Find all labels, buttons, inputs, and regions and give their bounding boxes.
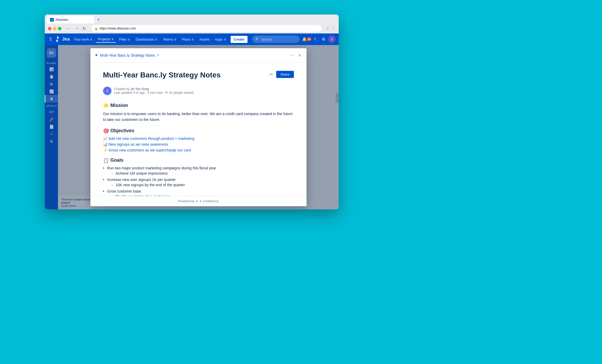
sidebar-item-board[interactable]: ⊞: [45, 80, 58, 88]
jira-app: ⠿ Jira Your work ∨ Projects ∨ Filter ∨ D…: [45, 33, 339, 209]
create-button[interactable]: Create: [231, 36, 247, 43]
tab-title: Atlassian: [55, 18, 68, 22]
goal-text-1: Run two major product marketing campaign…: [107, 166, 216, 170]
goals-sublist-2: 10K new signups by the end of the quarte…: [111, 183, 294, 187]
modal-header: ✦ Multi-Year Banc.ly Strategy Notes ↗ ··…: [90, 48, 307, 62]
address-bar[interactable]: 🔒 https://www.atlassian.com: [91, 25, 322, 32]
goal-text-3: Grow customer base: [107, 189, 141, 193]
mission-emoji: 🌟: [103, 102, 109, 108]
mission-heading: 🌟 Mission: [103, 102, 294, 108]
viewers-icon: 👁: [165, 91, 168, 95]
nav-icons: 🔔 9+ ? ⚙ J: [303, 36, 336, 43]
goals-sublist-3: Double our total active customers: [111, 194, 294, 196]
objective-text-1: Add net new customers through product + …: [109, 136, 195, 141]
close-button[interactable]: [48, 27, 51, 30]
nav-dashboards[interactable]: Dashboards ∨: [133, 36, 160, 42]
search-placeholder: Search: [261, 37, 272, 41]
close-modal-button[interactable]: ×: [297, 52, 302, 59]
edit-button[interactable]: ✏: [269, 71, 274, 78]
nav-assets[interactable]: Assets: [197, 36, 212, 42]
list-item: Grow customer base Double our total acti…: [103, 189, 294, 196]
author-label: Created by Jie Yan Song: [114, 87, 194, 91]
lock-icon: 🔒: [94, 27, 98, 30]
tab-favicon: A: [50, 18, 54, 22]
confluence-icon-footer: ✦: [196, 199, 198, 203]
modal-title-text: Multi-Year Banc.ly Strategy Notes: [100, 53, 155, 57]
content-panel: ✦ Multi-Year Banc.ly Strategy Notes ↗ ··…: [58, 45, 339, 209]
modal-footer: Powered by ✦ ✦ Confluence: [90, 196, 307, 206]
external-link-icon: ↗: [157, 53, 159, 57]
objective-emoji-3: ⚡: [103, 148, 108, 152]
list-item: 📈 Add net new customers through product …: [103, 136, 294, 141]
modal-overlay[interactable]: ✦ Multi-Year Banc.ly Strategy Notes ↗ ··…: [58, 45, 339, 209]
confluence-logo: ✦ ✦ Confluence: [196, 199, 219, 203]
sidebar-item-issues[interactable]: 🖥: [45, 95, 58, 102]
jira-logo[interactable]: Jira: [54, 36, 70, 42]
share-button[interactable]: Share: [276, 71, 294, 78]
objective-link-3[interactable]: ⚡ Gross new customers as we supercharge …: [103, 148, 294, 152]
confluence-icon: ✦: [95, 53, 98, 58]
objective-text-2: New signups as we raise awareness: [109, 142, 168, 146]
nav-your-work[interactable]: Your work ∨: [72, 36, 95, 42]
goals-emoji: 📋: [103, 158, 109, 163]
forward-button[interactable]: →: [74, 26, 80, 31]
settings-button[interactable]: ⚙: [320, 36, 327, 43]
objectives-list: 📈 Add net new customers through product …: [103, 136, 294, 152]
list-item: ⚡ Gross new customers as we supercharge …: [103, 148, 294, 152]
document-meta: J Created by Jie Yan Song Last updated 4…: [103, 87, 294, 95]
objectives-emoji: 🎯: [103, 128, 109, 134]
objective-link-2[interactable]: 📊 New signups as we raise awareness: [103, 142, 294, 146]
document-meta-details: Last updated 4 hr ago · 3 min read · 👁 4…: [114, 91, 194, 95]
goals-list: Run two major product marketing campaign…: [103, 166, 294, 196]
maximize-button[interactable]: [58, 27, 61, 30]
goals-heading: 📋 Goals: [103, 158, 294, 163]
document-modal: ✦ Multi-Year Banc.ly Strategy Notes ↗ ··…: [90, 48, 307, 206]
nav-teams[interactable]: Teams ∨: [161, 36, 179, 42]
list-item: Run two major product marketing campaign…: [103, 166, 294, 175]
nav-filter[interactable]: Filter ∨: [117, 36, 133, 42]
document-actions: ✏ Share: [269, 71, 294, 78]
project-logo[interactable]: BS: [47, 48, 56, 58]
modal-title-link[interactable]: Multi-Year Banc.ly Strategy Notes ↗: [100, 53, 159, 57]
list-item: 📊 New signups as we raise awareness: [103, 142, 294, 146]
sidebar-item-code[interactable]: </>: [45, 108, 58, 116]
new-tab-button[interactable]: +: [95, 16, 102, 23]
mission-text: Our mission is to empower users to do ba…: [103, 111, 294, 123]
document-title: Multi-Year Banc.ly Strategy Notes: [103, 71, 221, 79]
objective-text-3: Gross new customers as we supercharge ou…: [109, 148, 191, 152]
notifications-button[interactable]: 🔔 9+: [303, 36, 310, 43]
top-navigation: ⠿ Jira Your work ∨ Projects ∨ Filter ∨ D…: [45, 33, 339, 45]
planning-section-label: PLANNI: [45, 60, 58, 66]
back-button[interactable]: ←: [66, 26, 72, 31]
more-options-button[interactable]: ···: [289, 51, 295, 59]
nav-projects[interactable]: Projects ∨: [96, 36, 116, 43]
list-item: Double our total active customers: [111, 194, 294, 196]
sidebar-item-releases[interactable]: 🚀: [45, 116, 58, 123]
nav-apps[interactable]: Apps ∨: [213, 36, 228, 42]
minimize-button[interactable]: [53, 27, 56, 30]
bookmark-icon[interactable]: ☆: [326, 26, 329, 31]
browser-tab[interactable]: A Atlassian: [47, 16, 94, 23]
sidebar-item-roadmap[interactable]: 📊: [45, 66, 58, 73]
main-content: BS PLANNI 📊 📋 ⊞ 📈 🖥 DEVELO </> 🚀 📄 ➕ ⚙: [45, 45, 339, 209]
list-item: 10K new signups by the end of the quarte…: [111, 183, 294, 187]
sidebar-item-project-settings[interactable]: ⚙: [45, 138, 58, 145]
sidebar-item-add[interactable]: ➕: [45, 130, 58, 138]
menu-icon[interactable]: ⋮: [331, 26, 336, 31]
modal-body: Multi-Year Banc.ly Strategy Notes ✏ Shar…: [90, 62, 307, 196]
sidebar-item-reports[interactable]: 📈: [45, 88, 58, 95]
user-avatar[interactable]: J: [328, 36, 336, 43]
grid-icon[interactable]: ⠿: [48, 36, 53, 43]
objective-link-1[interactable]: 📈 Add net new customers through product …: [103, 136, 294, 141]
modal-header-actions: ··· ×: [289, 51, 302, 59]
list-item: Increase new user signups 1K per quarter…: [103, 178, 294, 187]
goals-sublist-1: Achieve 1M unique impressions: [111, 171, 294, 175]
author-avatar: J: [103, 87, 111, 95]
nav-plans[interactable]: Plans ∨: [180, 36, 196, 42]
refresh-button[interactable]: ↻: [81, 26, 87, 32]
help-button[interactable]: ?: [311, 36, 319, 43]
sidebar-item-backlog[interactable]: 📋: [45, 73, 58, 80]
author-name: Jie Yan Song: [130, 87, 149, 91]
search-bar[interactable]: 🔍 Search: [252, 36, 300, 43]
sidebar-item-pages[interactable]: 📄: [45, 123, 58, 130]
